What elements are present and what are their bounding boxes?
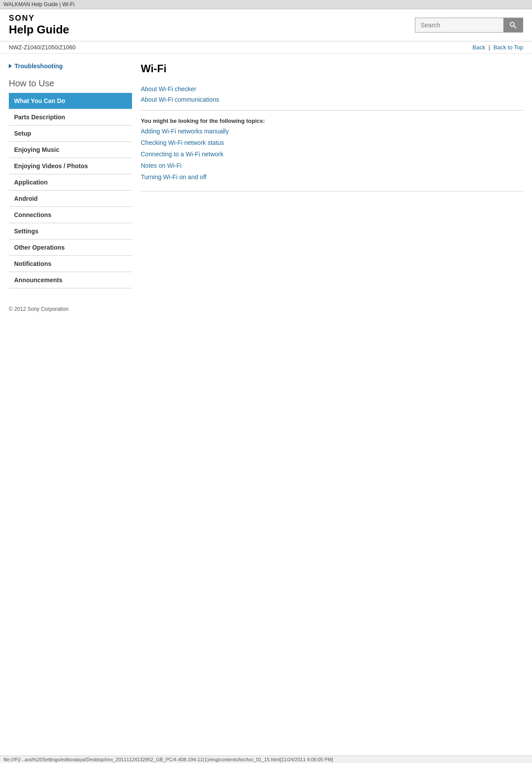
copyright: © 2012 Sony Corporation	[9, 306, 69, 312]
sidebar-item-other-operations[interactable]: Other Operations	[9, 240, 132, 256]
nav-bar: NWZ-Z1040/Z1050/Z1060 Back | Back to Top	[0, 41, 532, 54]
topic-link-connecting-wifi[interactable]: Connecting to a Wi-Fi network	[141, 151, 523, 158]
topic-links: Adding Wi-Fi networks manuallyChecking W…	[141, 128, 523, 184]
topic-link-adding-wifi-manually[interactable]: Adding Wi-Fi networks manually	[141, 128, 523, 135]
svg-point-0	[510, 22, 514, 26]
sidebar-item-application[interactable]: Application	[9, 174, 132, 191]
nav-separator: |	[488, 44, 492, 51]
browser-title-bar: WALKMAN Help Guide | Wi-Fi	[0, 0, 532, 9]
divider-1	[141, 110, 523, 111]
sidebar: Troubleshooting How to Use What You Can …	[9, 63, 132, 288]
sidebar-item-connections[interactable]: Connections	[9, 207, 132, 223]
sidebar-item-parts-description[interactable]: Parts Description	[9, 109, 132, 125]
model-number: NWZ-Z1040/Z1050/Z1060	[9, 44, 76, 51]
browser-title: WALKMAN Help Guide | Wi-Fi	[4, 1, 74, 7]
chevron-right-icon	[9, 64, 12, 68]
troubleshooting-label: Troubleshooting	[15, 63, 63, 70]
sidebar-nav: What You Can DoParts DescriptionSetupEnj…	[9, 93, 132, 288]
content-title: Wi-Fi	[141, 63, 523, 78]
header-branding: SONY Help Guide	[9, 14, 69, 37]
back-link[interactable]: Back	[473, 44, 485, 51]
looking-for-label: You might be looking for the following t…	[141, 118, 523, 124]
svg-line-1	[514, 26, 516, 28]
help-guide-title: Help Guide	[9, 23, 69, 37]
content-link-about-wifi-communications[interactable]: About Wi-Fi communications	[141, 96, 523, 103]
sidebar-item-what-you-can-do[interactable]: What You Can Do	[9, 93, 132, 109]
sidebar-item-settings[interactable]: Settings	[9, 223, 132, 240]
footer: © 2012 Sony Corporation	[0, 297, 532, 321]
search-icon	[510, 22, 517, 29]
search-input[interactable]	[415, 18, 503, 32]
divider-2	[141, 191, 523, 192]
troubleshooting-link[interactable]: Troubleshooting	[9, 63, 132, 70]
content-area: Wi-Fi About Wi-Fi checkerAbout Wi-Fi com…	[141, 63, 523, 288]
how-to-use-label: How to Use	[9, 78, 132, 88]
content-link-about-wifi-checker[interactable]: About Wi-Fi checker	[141, 85, 523, 92]
content-links: About Wi-Fi checkerAbout Wi-Fi communica…	[141, 85, 523, 103]
back-to-top-link[interactable]: Back to Top	[493, 44, 523, 51]
sidebar-item-enjoying-music[interactable]: Enjoying Music	[9, 142, 132, 158]
search-container	[415, 18, 523, 33]
header: SONY Help Guide	[0, 9, 532, 41]
search-button[interactable]	[503, 18, 523, 32]
topic-link-turning-wifi-on-off[interactable]: Turning Wi-Fi on and off	[141, 173, 523, 181]
sidebar-item-notifications[interactable]: Notifications	[9, 256, 132, 272]
sidebar-item-announcements[interactable]: Announcements	[9, 272, 132, 288]
topic-link-notes-wifi[interactable]: Notes on Wi-Fi	[141, 162, 523, 169]
topic-link-checking-wifi-status[interactable]: Checking Wi-Fi network status	[141, 139, 523, 146]
sidebar-item-setup[interactable]: Setup	[9, 125, 132, 142]
sidebar-item-enjoying-videos-photos[interactable]: Enjoying Videos / Photos	[9, 158, 132, 174]
nav-links: Back | Back to Top	[473, 44, 523, 51]
main-layout: Troubleshooting How to Use What You Can …	[0, 54, 532, 297]
sidebar-item-android[interactable]: Android	[9, 191, 132, 207]
sony-logo: SONY	[9, 14, 69, 23]
